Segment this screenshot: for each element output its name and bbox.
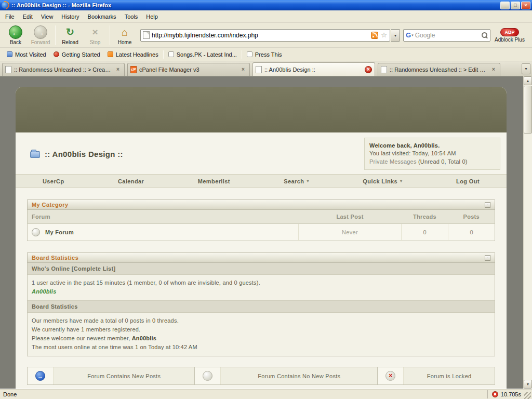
column-posts: Posts — [448, 210, 495, 224]
bookmark-star-icon[interactable]: ☆ — [381, 32, 387, 39]
scrollbar-thumb[interactable] — [524, 86, 532, 134]
forum-page: :: An00bIis Design :: Welcome back, An00… — [16, 87, 507, 389]
forum-link[interactable]: My Forum — [45, 229, 74, 235]
board-folder-icon — [30, 151, 40, 158]
online-user-link[interactable]: An00bIis — [32, 288, 56, 295]
nav-usercp[interactable]: UserCp — [43, 178, 64, 184]
tab-close-icon[interactable]: × — [114, 66, 122, 73]
tab-cpanel[interactable]: cP cPanel File Manager v3 × — [127, 63, 250, 76]
stop-button[interactable]: × Stop — [83, 25, 108, 45]
home-icon: ⌂ — [122, 25, 128, 39]
menu-view[interactable]: View — [37, 11, 58, 22]
scroll-down-button[interactable]: ▼ — [524, 380, 532, 389]
menu-history[interactable]: History — [57, 11, 83, 22]
rss-feed-icon[interactable] — [371, 32, 378, 39]
nav-log-out[interactable]: Log Out — [456, 178, 480, 184]
welcome-line: Welcome back, An00bIis. — [369, 142, 495, 150]
tab-close-icon[interactable]: × — [365, 66, 372, 73]
tab-randomness-edit[interactable]: :: Randomness Unleashed :: > Edit — ... … — [378, 63, 500, 76]
legend-no-new-posts: Forum Contains No New Posts — [195, 367, 378, 384]
back-button[interactable]: ← Back — [3, 25, 28, 45]
bookmark-most-visited[interactable]: Most Visited — [3, 50, 50, 59]
board-stats-body: Our members have made a total of 0 posts… — [28, 313, 495, 356]
url-input[interactable] — [152, 32, 369, 39]
bookmarks-toolbar: Most Visited Getting Started Latest Head… — [0, 48, 532, 61]
list-all-tabs-button[interactable]: ▾ — [522, 63, 530, 74]
browser-viewport: :: An00bIis Design :: Welcome back, An00… — [0, 76, 532, 389]
whos-online-body: 1 user active in the past 15 minutes (1 … — [28, 275, 495, 301]
page-favicon — [5, 66, 11, 73]
reload-button[interactable]: ↻ Reload — [58, 25, 83, 45]
nav-quick-links[interactable]: Quick Links▾ — [363, 178, 402, 184]
load-timer-value: 10.705s — [501, 391, 521, 397]
board-statistics-title: Board Statistics — [32, 255, 485, 261]
vertical-scrollbar[interactable]: ▲ ▼ — [523, 76, 532, 389]
menu-edit[interactable]: Edit — [19, 11, 37, 22]
dropdown-caret-icon: ▾ — [307, 179, 309, 183]
site-favicon — [143, 31, 150, 39]
pm-line: Private Messages (Unread 0, Total 0) — [369, 158, 495, 166]
newest-member-link[interactable]: An00bIis — [132, 335, 156, 341]
search-input[interactable] — [415, 32, 481, 39]
forum-table-header-row: Forum Last Post Threads Posts — [28, 210, 495, 224]
nav-quick-links-label: Quick Links — [363, 178, 397, 184]
latest-headlines-icon — [108, 51, 113, 57]
stats-line-posts: Our members have made a total of 0 posts… — [32, 316, 490, 325]
legend-icon-cell — [195, 367, 221, 384]
category-title[interactable]: My Category — [32, 202, 485, 208]
getting-started-icon — [54, 51, 59, 57]
minimize-button[interactable]: _ — [500, 2, 510, 9]
search-magnifier-icon[interactable] — [481, 32, 488, 38]
search-box[interactable]: G ▾ — [403, 29, 490, 42]
resize-grip[interactable] — [524, 392, 531, 399]
tab-close-icon[interactable]: × — [490, 66, 497, 73]
url-dropdown-button[interactable]: ▾ — [391, 29, 400, 42]
home-button[interactable]: ⌂ Home — [112, 25, 137, 45]
welcome-username[interactable]: An00bIis — [414, 142, 438, 149]
nav-search-label: Search — [284, 178, 304, 184]
forward-button[interactable]: → Forward — [28, 25, 53, 45]
songs-pk-icon — [168, 51, 174, 57]
menu-file[interactable]: File — [1, 11, 19, 22]
tab-label: :: Randomness Unleashed :: > Create N... — [14, 66, 112, 73]
page-favicon — [256, 66, 262, 73]
collapse-category-button[interactable]: - — [485, 202, 490, 208]
browser-window: :: An00bIis Design :: - Mozilla Firefox … — [0, 0, 532, 399]
menu-help[interactable]: Help — [142, 11, 162, 22]
maximize-button[interactable]: □ — [511, 2, 520, 9]
close-button[interactable]: × — [521, 2, 530, 9]
bookmark-songs-pk[interactable]: Songs.PK - Latest Ind... — [165, 50, 241, 59]
bookmark-getting-started[interactable]: Getting Started — [50, 50, 104, 59]
page-favicon — [381, 66, 387, 73]
nav-search[interactable]: Search▾ — [284, 178, 309, 184]
menu-bar: File Edit View History Bookmarks Tools H… — [0, 10, 532, 23]
locked-forum-icon: × — [385, 371, 395, 381]
scrollbar-track[interactable] — [524, 134, 532, 380]
new-posts-icon: → — [35, 371, 45, 381]
scroll-up-button[interactable]: ▲ — [524, 76, 532, 85]
back-icon: ← — [9, 25, 22, 39]
collapse-stats-button[interactable]: - — [485, 255, 490, 261]
stop-icon: × — [92, 25, 98, 39]
bookmark-press-this[interactable]: Press This — [243, 50, 286, 59]
whos-online-header[interactable]: Who's Online [Complete List] — [28, 263, 495, 275]
bookmark-latest-headlines[interactable]: Latest Headlines — [104, 50, 162, 59]
tab-randomness-create[interactable]: :: Randomness Unleashed :: > Create N...… — [2, 63, 125, 76]
last-visit-line: You last visited: Today, 10:54 AM — [369, 150, 495, 157]
adblock-plus-button[interactable]: ABP Adblock Plus — [490, 28, 529, 43]
google-engine-icon[interactable]: G — [406, 31, 411, 39]
nav-calendar[interactable]: Calendar — [118, 178, 144, 184]
private-messages-link[interactable]: Private Messages — [369, 158, 417, 165]
nav-memberlist[interactable]: Memberlist — [198, 178, 230, 184]
board-title[interactable]: :: An00bIis Design :: — [45, 150, 123, 158]
menu-bookmarks[interactable]: Bookmarks — [84, 11, 121, 22]
bookmark-label: Songs.PK - Latest Ind... — [177, 51, 237, 58]
column-forum: Forum — [28, 210, 299, 224]
legend-icon-cell: → — [28, 367, 54, 384]
legend-icon-cell: × — [378, 367, 404, 384]
url-bar[interactable]: ☆ — [140, 29, 390, 42]
menu-tools[interactable]: Tools — [121, 11, 142, 22]
tab-an00biis-design[interactable]: :: An00bIis Design :: × — [252, 62, 375, 76]
tab-close-icon[interactable]: × — [240, 66, 247, 73]
cpanel-favicon: cP — [130, 66, 137, 73]
